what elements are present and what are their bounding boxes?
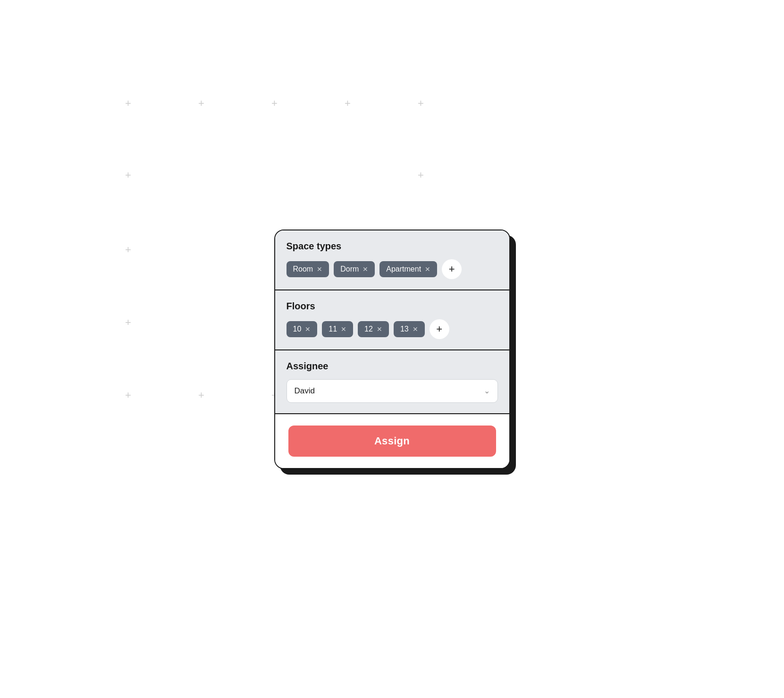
tag-floor-11-label: 11 xyxy=(329,325,337,333)
tag-floor-13[interactable]: 13 ✕ xyxy=(394,321,425,337)
tag-room[interactable]: Room ✕ xyxy=(287,261,329,277)
space-types-title: Space types xyxy=(287,241,498,252)
add-floor-button[interactable]: + xyxy=(430,319,449,339)
tag-apartment-label: Apartment xyxy=(386,265,421,273)
plus-decoration: + xyxy=(345,98,351,109)
tag-apartment[interactable]: Apartment ✕ xyxy=(379,261,437,277)
assign-button[interactable]: Assign xyxy=(288,426,496,457)
add-space-type-button[interactable]: + xyxy=(442,259,462,279)
tag-room-label: Room xyxy=(293,265,313,273)
plus-decoration: + xyxy=(125,245,131,255)
floors-title: Floors xyxy=(287,301,498,312)
plus-decoration: + xyxy=(125,170,131,180)
tag-floor-10[interactable]: 10 ✕ xyxy=(287,321,318,337)
chevron-down-icon: ⌄ xyxy=(484,386,490,395)
space-types-tags-row: Room ✕ Dorm ✕ Apartment ✕ + xyxy=(287,259,498,279)
card: Space types Room ✕ Dorm ✕ Apartment ✕ + … xyxy=(274,230,510,469)
tag-floor-11-close[interactable]: ✕ xyxy=(341,325,346,333)
tag-dorm-close[interactable]: ✕ xyxy=(362,265,368,273)
floors-section: Floors 10 ✕ 11 ✕ 12 ✕ 13 ✕ + xyxy=(275,290,509,350)
tag-floor-12-label: 12 xyxy=(364,325,373,333)
plus-decoration: + xyxy=(418,98,424,109)
plus-decoration: + xyxy=(125,390,131,400)
tag-floor-11[interactable]: 11 ✕ xyxy=(322,321,353,337)
plus-decoration: + xyxy=(198,390,204,400)
assignee-selected-value: David xyxy=(295,386,315,396)
floors-tags-row: 10 ✕ 11 ✕ 12 ✕ 13 ✕ + xyxy=(287,319,498,339)
plus-decoration: + xyxy=(198,98,204,109)
tag-floor-12-close[interactable]: ✕ xyxy=(377,325,382,333)
assignee-title: Assignee xyxy=(287,361,498,372)
assignee-section: Assignee David ⌄ xyxy=(275,350,509,414)
tag-floor-13-label: 13 xyxy=(400,325,409,333)
tag-dorm-label: Dorm xyxy=(340,265,359,273)
plus-decoration: + xyxy=(125,317,131,328)
assignee-dropdown[interactable]: David ⌄ xyxy=(287,379,498,403)
plus-decoration: + xyxy=(271,98,278,109)
tag-floor-13-close[interactable]: ✕ xyxy=(413,325,418,333)
tag-floor-10-close[interactable]: ✕ xyxy=(305,325,311,333)
tag-room-close[interactable]: ✕ xyxy=(317,265,322,273)
tag-floor-12[interactable]: 12 ✕ xyxy=(358,321,389,337)
assign-button-section: Assign xyxy=(275,414,509,468)
plus-decoration: + xyxy=(125,98,131,109)
space-types-section: Space types Room ✕ Dorm ✕ Apartment ✕ + xyxy=(275,230,509,290)
tag-floor-10-label: 10 xyxy=(293,325,302,333)
plus-decoration: + xyxy=(418,170,424,180)
tag-dorm[interactable]: Dorm ✕ xyxy=(334,261,375,277)
main-card-container: Space types Room ✕ Dorm ✕ Apartment ✕ + … xyxy=(274,230,510,469)
tag-apartment-close[interactable]: ✕ xyxy=(425,265,430,273)
